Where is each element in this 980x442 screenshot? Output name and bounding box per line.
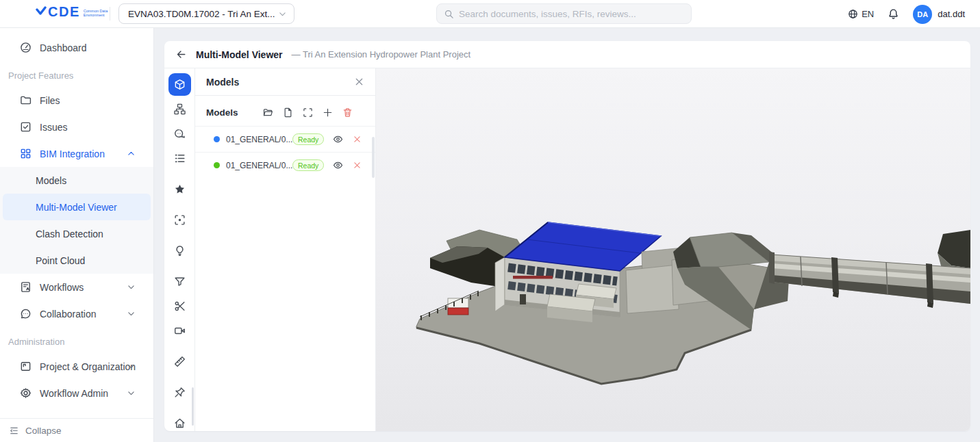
collapse-label: Collapse — [25, 426, 62, 436]
panel-scrollbar[interactable] — [372, 137, 375, 178]
app-logo[interactable]: CDE Common Data Environment — [36, 5, 111, 18]
arrow-left-icon — [175, 49, 187, 60]
folder-open-icon — [263, 107, 273, 118]
remove-model-button[interactable] — [353, 161, 362, 170]
tool-model-cube[interactable] — [168, 73, 191, 96]
page-header: Multi-Model Viewer — Tri An Extension Hy… — [164, 41, 970, 68]
tool-home[interactable] — [168, 412, 191, 431]
viewer-toolbar — [164, 68, 195, 431]
tool-camera[interactable] — [168, 320, 191, 342]
delete-models-button[interactable] — [342, 107, 353, 118]
header-right: EN DA dat.ddt — [848, 0, 965, 28]
sidebar-item-clash-detection[interactable]: Clash Detection — [0, 220, 153, 247]
language-label: EN — [862, 9, 874, 19]
organization-board-icon — [20, 361, 32, 372]
sidebar-item-multi-model-viewer[interactable]: Multi-Model Viewer — [3, 194, 151, 220]
model-name: 01_GENERAL/0... — [226, 135, 292, 144]
ruler-icon — [174, 356, 186, 367]
home-icon — [174, 417, 186, 429]
tool-section-cut[interactable] — [168, 295, 191, 317]
model-color-dot — [214, 136, 220, 142]
project-selector[interactable]: EVNA03.TD0M.17002 - Tri An Ext... — [118, 3, 294, 24]
cube-icon — [174, 79, 186, 90]
tool-hierarchy[interactable] — [168, 98, 191, 120]
tool-properties-list[interactable] — [168, 147, 191, 170]
eye-icon — [333, 160, 343, 170]
logo-check-icon — [36, 5, 47, 16]
fit-view-button[interactable] — [303, 107, 313, 118]
sidebar-item-label: Dashboard — [40, 42, 87, 53]
eye-icon — [333, 134, 343, 144]
tool-pin[interactable] — [168, 381, 191, 404]
close-icon — [354, 77, 364, 87]
toolbar-scrollbar[interactable] — [192, 387, 194, 426]
sidebar-item-label: Issues — [40, 122, 67, 133]
model-color-dot — [214, 162, 220, 168]
sidebar-item-models[interactable]: Models — [0, 167, 153, 194]
close-panel-button[interactable] — [354, 77, 364, 87]
language-selector[interactable]: EN — [848, 9, 874, 19]
add-model-button[interactable] — [323, 107, 333, 118]
remove-model-button[interactable] — [353, 135, 362, 144]
tool-favorites[interactable] — [168, 178, 191, 200]
hierarchy-icon — [174, 103, 186, 115]
search-icon — [444, 9, 454, 19]
sidebar-section-project-features: Project Features — [0, 61, 153, 87]
header-divider — [110, 7, 110, 21]
bim-integration-submenu: Models Multi-Model Viewer Clash Detectio… — [0, 167, 153, 274]
brand-tagline: Common Data Environment — [84, 9, 111, 17]
focus-icon — [174, 214, 186, 226]
sidebar-item-workflow-admin[interactable]: Workflow Admin — [0, 380, 153, 406]
sidebar-item-collaboration[interactable]: Collaboration — [0, 300, 153, 327]
filter-icon — [174, 276, 186, 287]
main-content: Multi-Model Viewer — Tri An Extension Hy… — [154, 28, 980, 442]
grid-icon — [20, 148, 32, 159]
trash-icon — [342, 107, 353, 118]
open-model-button[interactable] — [263, 107, 273, 118]
visibility-toggle[interactable] — [333, 160, 343, 170]
search-input[interactable] — [459, 9, 684, 19]
chevron-down-icon — [127, 362, 136, 371]
comments-icon — [174, 128, 186, 140]
camera-icon — [174, 325, 186, 337]
plus-icon — [323, 107, 333, 118]
sidebar-item-dashboard[interactable]: Dashboard — [0, 34, 153, 61]
chevron-down-icon — [127, 283, 136, 291]
sidebar-item-project-organization[interactable]: Project & Organization — [0, 353, 153, 380]
tool-filter[interactable] — [168, 270, 191, 293]
3d-viewport[interactable] — [376, 68, 970, 431]
tool-measure[interactable] — [168, 350, 191, 373]
scissors-icon — [174, 300, 186, 312]
save-view-button[interactable] — [283, 107, 293, 118]
avatar: DA — [913, 5, 932, 24]
sidebar-item-bim-integration[interactable]: BIM Integration — [0, 140, 153, 167]
user-menu[interactable]: DA dat.ddt — [913, 5, 965, 24]
sidebar-item-point-cloud[interactable]: Point Cloud — [0, 247, 153, 274]
folder-icon — [20, 94, 32, 106]
sidebar-item-files[interactable]: Files — [0, 87, 153, 114]
sidebar-item-issues[interactable]: Issues — [0, 114, 153, 140]
tool-comments[interactable] — [168, 122, 191, 145]
sidebar-item-workflows[interactable]: Workflows — [0, 274, 153, 300]
x-icon — [353, 161, 362, 170]
global-search — [436, 3, 692, 24]
tool-lightbulb[interactable] — [168, 239, 191, 262]
status-badge: Ready — [292, 133, 324, 145]
fullscreen-icon — [303, 107, 313, 118]
star-icon — [174, 183, 186, 195]
bell-icon — [888, 8, 899, 20]
lightbulb-icon — [174, 245, 186, 257]
back-button[interactable] — [175, 49, 187, 60]
models-panel-title: Models — [206, 77, 354, 88]
sidebar-section-administration: Administration — [0, 327, 153, 353]
sidebar-collapse-button[interactable]: Collapse — [0, 418, 153, 442]
sidebar-item-label: BIM Integration — [40, 148, 105, 159]
notifications-button[interactable] — [888, 8, 899, 20]
model-row[interactable]: 01_GENERAL/0... Ready — [195, 152, 375, 178]
visibility-toggle[interactable] — [333, 134, 343, 144]
sidebar-item-label: Models — [36, 175, 66, 186]
models-list-title: Models — [206, 107, 263, 118]
page-title: Multi-Model Viewer — [196, 49, 283, 60]
model-row[interactable]: 01_GENERAL/0... Ready — [195, 126, 375, 152]
tool-focus[interactable] — [168, 209, 191, 231]
